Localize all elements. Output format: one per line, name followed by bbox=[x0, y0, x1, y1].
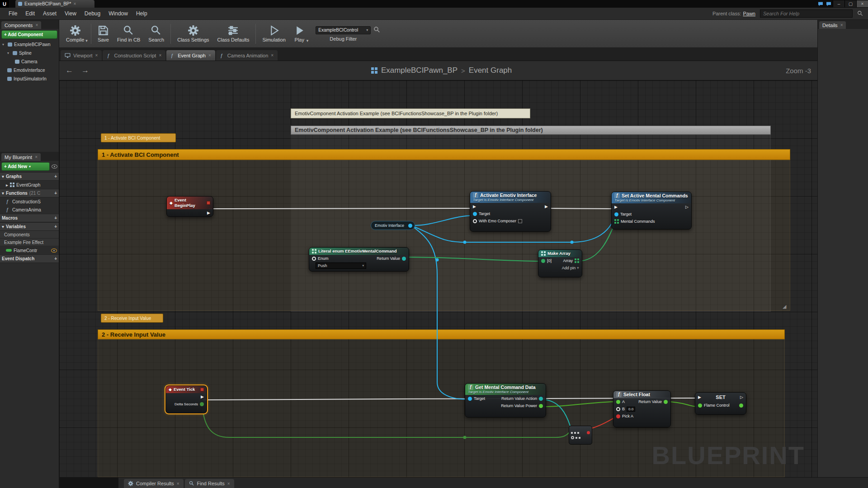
exec-in-pin[interactable]: ▶ bbox=[614, 205, 618, 209]
enum-in-pin[interactable] bbox=[312, 257, 316, 261]
flame-control-in-pin[interactable] bbox=[698, 404, 702, 408]
tab-construction-script[interactable]: ƒ Construction Script× bbox=[103, 50, 165, 61]
exec-out-pin[interactable]: ▶ bbox=[201, 395, 204, 399]
node-set-active-mental-commands[interactable]: ƒ Set Active Mental Commands Target is E… bbox=[611, 192, 692, 230]
menu-debug[interactable]: Debug bbox=[80, 10, 104, 17]
variable-category-example-fire-effect[interactable]: Example Fire Effect bbox=[0, 239, 59, 246]
node-make-array[interactable]: Make Array [0] Array Add pin + bbox=[538, 249, 582, 277]
node-get-mental-command-data[interactable]: ƒ Get Mental Command Data Target is Emot… bbox=[465, 383, 546, 418]
expander-icon[interactable]: ▾ bbox=[7, 51, 11, 55]
node-event-tick[interactable]: ◆ Event Tick ▶ Delta Seconds bbox=[165, 385, 207, 413]
array-wire[interactable] bbox=[578, 223, 615, 261]
node-event-beginplay[interactable]: ◆ Event BeginPlay ▶ bbox=[166, 196, 213, 217]
a-pin[interactable] bbox=[616, 400, 620, 404]
reroute-dot[interactable] bbox=[571, 241, 574, 244]
enum-wire[interactable] bbox=[406, 257, 542, 261]
add-pin-button[interactable]: Add pin + bbox=[562, 266, 579, 270]
menu-asset[interactable]: Asset bbox=[39, 10, 61, 17]
exec-wire[interactable] bbox=[547, 208, 615, 209]
find-in-cb-button[interactable]: Find in CB bbox=[113, 23, 144, 44]
delegate-pin[interactable] bbox=[200, 388, 204, 391]
play-options-caret-icon[interactable]: ▾ bbox=[307, 38, 309, 43]
exec-out-pin[interactable]: ▷ bbox=[685, 205, 689, 209]
exec-out-pin[interactable]: ▶ bbox=[207, 211, 210, 215]
close-button[interactable]: × bbox=[856, 0, 868, 7]
float-wire[interactable] bbox=[667, 402, 698, 407]
expander-icon[interactable]: ▸ bbox=[6, 183, 8, 188]
target-pin[interactable] bbox=[473, 212, 477, 216]
tab-find-results[interactable]: Find Results× bbox=[185, 479, 234, 488]
expander-icon[interactable]: ▾ bbox=[2, 191, 4, 196]
forward-arrow-icon[interactable]: → bbox=[81, 66, 89, 75]
compile-button[interactable]: Compile bbox=[62, 23, 88, 44]
return-value-pin[interactable] bbox=[402, 257, 406, 261]
menu-view[interactable]: View bbox=[61, 10, 80, 17]
minimize-button[interactable]: – bbox=[833, 0, 844, 7]
event-graph-canvas[interactable]: ◢ BLUEPRINT bbox=[59, 80, 817, 477]
tab-viewport[interactable]: Viewport× bbox=[61, 50, 102, 61]
add-dispatcher-icon[interactable]: + bbox=[54, 256, 57, 261]
return-value-action-pin[interactable] bbox=[539, 397, 543, 401]
graph-item-eventgraph[interactable]: ▸ EventGraph bbox=[0, 181, 59, 189]
details-close-icon[interactable]: × bbox=[840, 23, 843, 28]
maximize-button[interactable]: ▢ bbox=[844, 0, 856, 7]
enum-value-dropdown[interactable]: Push ▾ bbox=[316, 263, 366, 269]
add-graph-icon[interactable]: + bbox=[54, 174, 57, 179]
parent-class-link[interactable]: Pawn bbox=[743, 11, 755, 16]
reroute-dot[interactable] bbox=[436, 258, 439, 262]
visibility-eye-icon[interactable] bbox=[52, 164, 57, 169]
components-panel-close-icon[interactable]: × bbox=[35, 23, 38, 28]
feedback-bubble-icon[interactable] bbox=[816, 0, 825, 7]
chat-bubble-icon[interactable] bbox=[825, 0, 833, 7]
b-value-input[interactable]: 0.0 bbox=[627, 407, 635, 412]
return-value-power-pin[interactable] bbox=[539, 404, 543, 408]
in-pin[interactable] bbox=[571, 436, 574, 439]
delegate-pin[interactable] bbox=[207, 201, 210, 205]
node-select-float[interactable]: ƒ Select Float A Return Value B bbox=[613, 390, 671, 427]
object-wire[interactable] bbox=[411, 216, 473, 225]
tab-event-graph[interactable]: ƒ Event Graph× bbox=[166, 50, 215, 61]
section-variables[interactable]: ▾ Variables + bbox=[0, 222, 59, 231]
tab-close-icon[interactable]: × bbox=[159, 53, 161, 58]
bool-out-pin[interactable] bbox=[587, 431, 590, 434]
menu-window[interactable]: Window bbox=[104, 10, 132, 17]
component-item-emotivinterface[interactable]: EmotivInterface bbox=[0, 66, 59, 75]
node-emotiv-interface-variable[interactable]: Emotiv Interface bbox=[371, 221, 415, 230]
variable-eye-icon[interactable] bbox=[51, 249, 57, 253]
expander-icon[interactable]: ▾ bbox=[2, 224, 4, 229]
exec-in-pin[interactable]: ▶ bbox=[473, 205, 476, 209]
variable-item-flamecontrol[interactable]: FlameContr bbox=[0, 246, 59, 254]
array-out-pin-icon[interactable] bbox=[575, 258, 579, 263]
my-blueprint-panel-tab[interactable]: My Blueprint × bbox=[1, 153, 41, 161]
tab-camera-animation[interactable]: ƒ Camera Animation× bbox=[216, 50, 278, 61]
section-graphs[interactable]: ▾ Graphs + bbox=[0, 172, 59, 181]
tab-close-icon[interactable]: × bbox=[271, 53, 274, 58]
window-tab-close-icon[interactable]: × bbox=[73, 1, 76, 6]
components-panel-tab[interactable]: Components × bbox=[1, 21, 41, 29]
debug-search-icon[interactable] bbox=[373, 26, 381, 33]
component-item-spline[interactable]: ▾ Spline bbox=[0, 49, 59, 57]
add-component-button[interactable]: + Add Component bbox=[1, 30, 57, 39]
object-wire[interactable] bbox=[411, 225, 468, 399]
tab-close-icon[interactable]: × bbox=[177, 481, 179, 486]
class-settings-button[interactable]: Class Settings bbox=[173, 23, 213, 44]
pick-a-pin[interactable] bbox=[616, 414, 620, 418]
tab-close-icon[interactable]: × bbox=[95, 53, 98, 58]
enum-wire[interactable] bbox=[542, 399, 570, 426]
with-emo-composer-pin[interactable] bbox=[473, 219, 477, 223]
function-item-cameraanimation[interactable]: ƒ CameraAnima bbox=[0, 206, 59, 214]
return-value-pin[interactable] bbox=[664, 400, 668, 404]
menu-edit[interactable]: Edit bbox=[21, 10, 39, 17]
window-tab[interactable]: ExampleBCIPawn_BP* × bbox=[15, 0, 94, 8]
menu-help[interactable]: Help bbox=[132, 10, 151, 17]
section-macros[interactable]: Macros + bbox=[0, 214, 59, 222]
element-0-pin[interactable] bbox=[541, 259, 545, 263]
node-literal-enum[interactable]: Literal enum EEmotivMentalCommand Enum R… bbox=[309, 247, 409, 272]
exec-out-pin[interactable]: ▶ bbox=[545, 205, 548, 209]
menu-file[interactable]: File bbox=[5, 10, 21, 17]
component-item-inputsimulator[interactable]: InputSimulatorIn bbox=[0, 75, 59, 83]
expander-icon[interactable]: ▾ bbox=[2, 174, 4, 179]
object-out-pin[interactable] bbox=[408, 224, 412, 228]
delta-seconds-pin[interactable] bbox=[200, 402, 204, 406]
target-pin[interactable] bbox=[614, 212, 618, 216]
